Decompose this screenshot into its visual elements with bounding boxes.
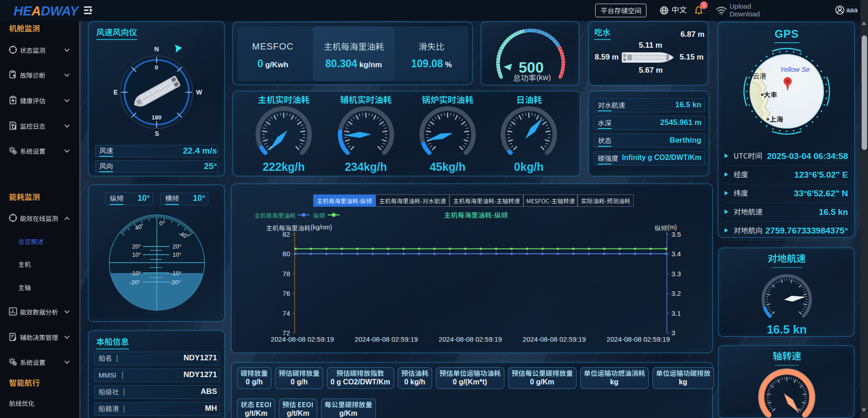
svg-text:2024-08-08 02:59:19: 2024-08-08 02:59:19 [607,335,670,343]
svg-text:2024-08-08 02:59:19: 2024-08-08 02:59:19 [439,335,502,343]
svg-text:3: 3 [671,329,675,337]
svg-text:3.3: 3.3 [671,270,681,278]
svg-text:2024-08-08 02:59:19: 2024-08-08 02:59:19 [271,335,334,343]
svg-text:80: 80 [282,250,290,258]
svg-text:82: 82 [282,230,290,238]
svg-text:3.2: 3.2 [671,289,681,297]
svg-text:78: 78 [282,270,290,278]
svg-text:3.4: 3.4 [671,250,681,258]
svg-text:2024-08-08 02:59:19: 2024-08-08 02:59:19 [523,335,586,343]
svg-text:2024-08-08 02:59:19: 2024-08-08 02:59:19 [355,335,418,343]
svg-text:76: 76 [282,289,290,297]
svg-text:3.1: 3.1 [671,309,681,317]
svg-text:3.5: 3.5 [671,230,681,238]
svg-text:74: 74 [282,309,290,317]
